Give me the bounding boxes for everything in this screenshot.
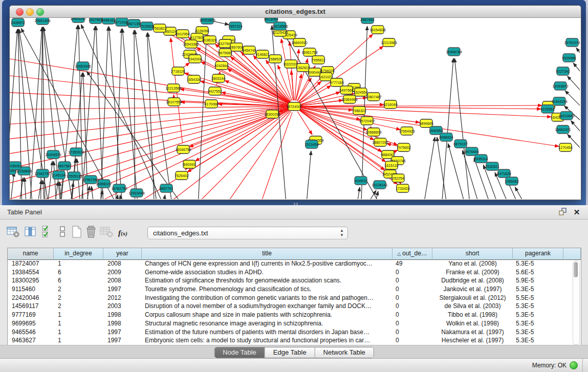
table-cell[interactable]: 1 (54, 319, 103, 328)
tab-node-table[interactable]: Node Table (214, 347, 265, 358)
table-selector-dropdown[interactable]: citations_edges.txt ▲▼ (147, 227, 348, 239)
delete-column-button[interactable] (84, 226, 98, 240)
column-header-out_de[interactable]: △out_de… (393, 248, 432, 259)
table-cell[interactable]: 2008 (103, 276, 142, 285)
table-cell[interactable]: Estimation of the future numbers of pati… (142, 328, 393, 337)
table-cell[interactable]: 6 (54, 276, 103, 285)
table-cell[interactable]: Yano et al. (2008) (432, 259, 513, 268)
table-cell[interactable]: 5.3E-5 (513, 285, 563, 294)
table-cell[interactable]: 0 (393, 302, 432, 311)
float-panel-button[interactable] (557, 207, 568, 217)
table-cell[interactable]: Nakamura et al. (1997) (432, 328, 513, 337)
table-row[interactable]: 977716911998Corpus callosum shape and si… (8, 311, 563, 319)
function-builder-button[interactable]: f(x) (116, 226, 130, 240)
table-cell[interactable]: 0 (393, 285, 432, 294)
table-cell[interactable]: 0 (393, 294, 432, 302)
table-cell[interactable]: 22420046 (8, 294, 54, 302)
table-cell[interactable]: 5.6E-5 (513, 268, 563, 277)
table-cell[interactable]: Structural magnetic resonance image aver… (142, 319, 393, 328)
table-cell[interactable]: Changes of HCN gene expression and I(f) … (142, 259, 393, 268)
table-cell[interactable]: 49 (393, 259, 432, 268)
table-cell[interactable]: 2 (54, 302, 103, 311)
table-cell[interactable]: Genome-wide association studies in ADHD. (142, 268, 393, 277)
table-cell[interactable]: 5.3E-5 (513, 311, 563, 319)
scrollbar-thumb[interactable] (574, 262, 578, 277)
splitter-handle[interactable] (293, 202, 299, 205)
close-panel-button[interactable]: ✕ (572, 207, 582, 217)
memory-status-indicator[interactable] (570, 361, 578, 369)
table-cell[interactable]: 0 (393, 336, 432, 345)
table-cell[interactable]: 14569117 (8, 302, 54, 311)
table-cell[interactable]: Dudbridge et al. (2008) (432, 276, 513, 285)
column-header-name[interactable]: name (8, 248, 54, 259)
table-cell[interactable]: de Silva et al. (2003) (432, 302, 513, 311)
table-cell[interactable]: Tourette syndrome. Phenomenology and cla… (142, 285, 393, 294)
select-rows-button[interactable] (40, 226, 54, 240)
table-cell[interactable]: 2012 (103, 294, 142, 302)
table-cell[interactable]: 5.3E-5 (513, 259, 563, 268)
column-header-pagerank[interactable]: pagerank (513, 248, 563, 259)
table-cell[interactable]: 1998 (103, 319, 142, 328)
table-cell[interactable]: 2 (54, 285, 103, 294)
table-cell[interactable]: Estimation of significance thresholds fo… (142, 276, 393, 285)
row-height-button[interactable] (55, 226, 70, 240)
table-cell[interactable]: 5.3E-5 (513, 328, 563, 337)
table-cell[interactable]: Jankovic et al. (1997) (432, 285, 513, 294)
table-cell[interactable]: 5.9E-5 (513, 276, 563, 285)
table-cell[interactable]: 1 (54, 328, 103, 337)
table-cell[interactable]: 1 (54, 336, 103, 345)
table-cell[interactable]: 6 (54, 268, 103, 277)
table-cell[interactable]: 2003 (103, 302, 142, 311)
network-canvas[interactable]: 1872400718300295822605891275058186328175… (10, 18, 580, 199)
table-cell[interactable]: 1 (54, 259, 103, 268)
table-cell[interactable]: Wolkin et al. (1998) (432, 319, 513, 328)
table-cell[interactable]: Stergiakouli et al. (2012) (432, 294, 513, 302)
network-window-titlebar[interactable]: citations_edges.txt (10, 6, 581, 18)
column-header-short[interactable]: short (432, 248, 513, 259)
table-cell[interactable]: 9115460 (8, 285, 54, 294)
table-cell[interactable]: 9777169 (8, 311, 54, 319)
table-cell[interactable]: 1 (54, 311, 103, 319)
table-row[interactable]: 1830029562008Estimation of significance … (8, 276, 563, 285)
table-cell[interactable]: 5.3E-5 (513, 302, 563, 311)
table-cell[interactable]: 5.3E-5 (513, 319, 563, 328)
table-cell[interactable]: 0 (393, 311, 432, 319)
table-cell[interactable]: 18300295 (8, 276, 54, 285)
table-cell[interactable]: 19384554 (8, 268, 54, 277)
table-cell[interactable]: 1997 (103, 328, 142, 337)
table-row[interactable]: 1456911722003Disruption of a novel membe… (8, 302, 563, 311)
table-row[interactable]: 946362711997Embryonic stem cells: a mode… (8, 336, 563, 345)
table-row[interactable]: 1872400712008Changes of HCN gene express… (8, 259, 563, 268)
table-row[interactable]: 911546021997Tourette syndrome. Phenomeno… (8, 285, 563, 294)
column-visibility-button[interactable] (24, 226, 38, 240)
new-column-button[interactable] (70, 226, 84, 240)
table-cell[interactable]: 0 (393, 319, 432, 328)
tab-network-table[interactable]: Network Table (315, 347, 374, 358)
table-scrollbar[interactable] (573, 260, 580, 345)
table-cell[interactable]: 9463627 (8, 336, 54, 345)
table-cell[interactable]: 5.5E-5 (513, 294, 563, 302)
table-row[interactable]: 946554611997Estimation of the future num… (8, 328, 563, 337)
table-cell[interactable]: Hescheler et al. (1997) (432, 336, 513, 345)
table-row[interactable]: 2242004622012Investigating the contribut… (8, 294, 563, 302)
table-cell[interactable]: Corpus callosum shape and size in male p… (142, 311, 393, 319)
table-cell[interactable]: 5.3E-5 (513, 336, 563, 345)
table-cell[interactable]: 0 (393, 328, 432, 337)
table-cell[interactable]: 0 (393, 276, 432, 285)
table-cell[interactable]: 2008 (103, 259, 142, 268)
column-header-year[interactable]: year (103, 248, 142, 259)
table-cell[interactable]: 0 (393, 268, 432, 277)
table-cell[interactable]: Embryonic stem cells: a model to study s… (142, 336, 393, 345)
table-cell[interactable]: 1997 (103, 336, 142, 345)
table-row[interactable]: 1938455462009Genome-wide association stu… (8, 268, 563, 277)
column-header-title[interactable]: title (142, 248, 393, 259)
table-cell[interactable]: 2 (54, 294, 103, 302)
table-mode-button[interactable] (6, 226, 20, 240)
table-cell[interactable]: Disruption of a novel member of a sodium… (142, 302, 393, 311)
column-header-in_degree[interactable]: in_degree (54, 248, 103, 259)
table-cell[interactable]: 18724007 (8, 259, 54, 268)
table-cell[interactable]: 1998 (103, 311, 142, 319)
tab-edge-table[interactable]: Edge Table (265, 347, 315, 358)
table-cell[interactable]: 2009 (103, 268, 142, 277)
table-cell[interactable]: 9465546 (8, 328, 54, 337)
